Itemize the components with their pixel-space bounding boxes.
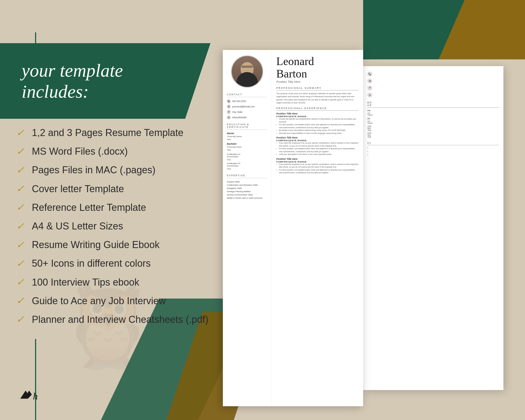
summary-section-header: Professional Summary <box>276 87 358 90</box>
list-item: ✓ Pages Files in MAC (.pages) <box>16 164 221 176</box>
item-text: MS Word Files (.docx) <box>32 145 128 157</box>
linkedin-value: in/yourlinkedin <box>232 116 247 119</box>
exp3-bullet: If you want the emphasis to be on your s… <box>276 163 358 169</box>
linkedin-icon: in <box>227 116 231 119</box>
page2-exp-content: EX • • • <box>367 142 499 156</box>
page2-ma-year: YEAR <box>367 114 499 116</box>
exp1-bullet: Describe your responsibilities in clear … <box>276 132 358 135</box>
page2-ma-label: MA <box>367 109 499 112</box>
avatar <box>231 55 263 88</box>
education-section-title: Education &Certificate <box>227 123 267 130</box>
page2-cert2: CERSchYEA <box>367 132 499 138</box>
contact-phone: 📞 333.333.3333 <box>227 99 267 103</box>
resume-position: Position Title Here <box>276 80 358 83</box>
contact-section-title: Contact <box>227 93 267 97</box>
exp1-bullet: Be details in your descriptions without … <box>276 129 358 132</box>
expertise-item: Strategic Planning Abilities <box>227 190 267 193</box>
expertise-section-title: Expertise <box>227 174 267 178</box>
resume-page-2: 📞 ✉ 📍 in EDCE MA UN YEAR BA UN YEAR CER <box>363 66 503 390</box>
checkmark-icon: ✓ <box>16 295 27 306</box>
item-text: Pages Files in MAC (.pages) <box>32 164 155 176</box>
checkmark-icon: ✓ <box>16 239 27 250</box>
page2-location-icon: 📍 <box>367 86 372 90</box>
list-item: ✓ 50+ Icons in different colors <box>16 258 221 269</box>
checkmark-icon: ✓ <box>16 221 27 232</box>
avatar-body <box>236 72 258 87</box>
phone-value: 333.333.3333 <box>232 100 246 103</box>
checkmark-icon: ✓ <box>16 146 27 157</box>
location-icon: 📍 <box>227 110 231 114</box>
email-value: youremail@email.com <box>232 105 255 108</box>
list-item: ✓ Guide to Ace any Job Interview <box>16 295 221 307</box>
checkmark-icon: ✓ <box>16 276 27 288</box>
svg-text:h: h <box>33 391 38 402</box>
exp1-position: Position Title Here <box>276 112 358 115</box>
checklist-area: ✓ 1,2 and 3 Pages Resume Template ✓ MS W… <box>16 127 221 332</box>
brand-logo: h <box>19 387 40 403</box>
cert2-year: Year <box>227 168 267 171</box>
page2-ma-school: UN <box>367 112 499 114</box>
checkmark-icon: ✓ <box>16 202 27 213</box>
phone-icon: 📞 <box>227 99 231 103</box>
cert1-year: Year <box>227 158 267 161</box>
banner-line1: your template <box>22 60 123 81</box>
page2-linkedin-icon: in <box>367 93 372 97</box>
exp2-bullet: If you want the emphasis to be on your s… <box>276 142 358 147</box>
checkmark-icon: ✓ <box>16 127 27 138</box>
resume-preview: Contact 📞 333.333.3333 ✉ youremail@email… <box>223 50 525 412</box>
expertise-item: Collaboration and Motivation Skills <box>227 184 267 187</box>
cert1-school: School/State <box>227 155 267 158</box>
item-text: Guide to Ace any Job Interview <box>32 295 166 307</box>
location-value: City, State <box>232 111 243 113</box>
left-line-bottom <box>35 339 36 420</box>
item-text: Resume Writing Guide Ebook <box>32 239 160 250</box>
list-item: ✓ Resume Writing Guide Ebook <box>16 239 221 250</box>
exp1-company: Company|Date Range <box>276 115 358 118</box>
checkmark-icon: ✓ <box>16 258 27 269</box>
item-text: Reference Letter Template <box>32 202 146 213</box>
list-item: ✓ Planner and Interview Cheatsheets (.pd… <box>16 314 221 325</box>
experience-section-header: Professional Experience <box>276 107 358 111</box>
page2-ba-school: UN <box>367 120 499 122</box>
page2-ba-year: YEAR <box>367 122 499 124</box>
expertise-item: Analysis Skills <box>227 180 267 184</box>
contact-email: ✉ youremail@email.com <box>227 105 267 109</box>
resume-right-column: Leonard Barton Position Title Here Profe… <box>271 50 363 406</box>
summary-text: The purpose of this area is to direct em… <box>276 92 358 104</box>
exp3-position: Position Title Here <box>276 158 358 160</box>
email-icon: ✉ <box>227 105 231 109</box>
page2-email-icon: ✉ <box>367 79 372 83</box>
list-item: ✓ MS Word Files (.docx) <box>16 145 221 157</box>
list-item: ✓ 100 Interview Tips ebook <box>16 276 221 288</box>
expertise-item: Delegation Skills <box>227 187 267 190</box>
exp1-bullet: Include any specific accomplishments rel… <box>276 118 358 123</box>
list-item: ✓ Cover letter Template <box>16 183 221 195</box>
avatar-image <box>232 56 262 87</box>
item-text: 1,2 and 3 Pages Resume Template <box>32 127 183 138</box>
list-item: ✓ A4 & US Letter Sizes <box>16 220 221 232</box>
page2-phone-icon: 📞 <box>367 72 372 76</box>
list-item: ✓ 1,2 and 3 Pages Resume Template <box>16 127 221 138</box>
degree1-school: University Name <box>227 135 267 138</box>
cert2-label: Certification #2 <box>227 162 267 165</box>
item-text: 100 Interview Tips ebook <box>32 276 139 288</box>
degree2-year: Year <box>227 149 267 152</box>
exp2-position: Position Title Here <box>276 136 358 139</box>
exp2-company: Company|Date Range <box>276 139 358 142</box>
banner-line2: includes: <box>22 81 89 102</box>
contact-linkedin: in in/yourlinkedin <box>227 116 267 119</box>
item-text: A4 & US Letter Sizes <box>32 220 123 232</box>
exp2-bullet: For each position, use detailed action v… <box>276 147 358 153</box>
expertise-item: Ability to remain calm in under pressure <box>227 197 267 200</box>
checkmark-icon: ✓ <box>16 183 27 194</box>
checkmark-icon: ✓ <box>16 164 27 176</box>
degree1-year: Year <box>227 138 267 141</box>
page2-edu-header: EDCE <box>367 101 499 108</box>
cert1-label: Certification #1 <box>227 153 267 155</box>
resume-page-1: Contact 📞 333.333.3333 ✉ youremail@email… <box>223 50 363 406</box>
exp1-bullet: For each position, use detailed action v… <box>276 123 358 129</box>
resume-name-line1: Leonard <box>276 55 358 67</box>
resume-name-line2: Barton <box>276 68 358 80</box>
page2-cert1: CERSchYEA <box>367 126 499 131</box>
exp2-bullet: Limit your description to the three or f… <box>276 153 358 156</box>
